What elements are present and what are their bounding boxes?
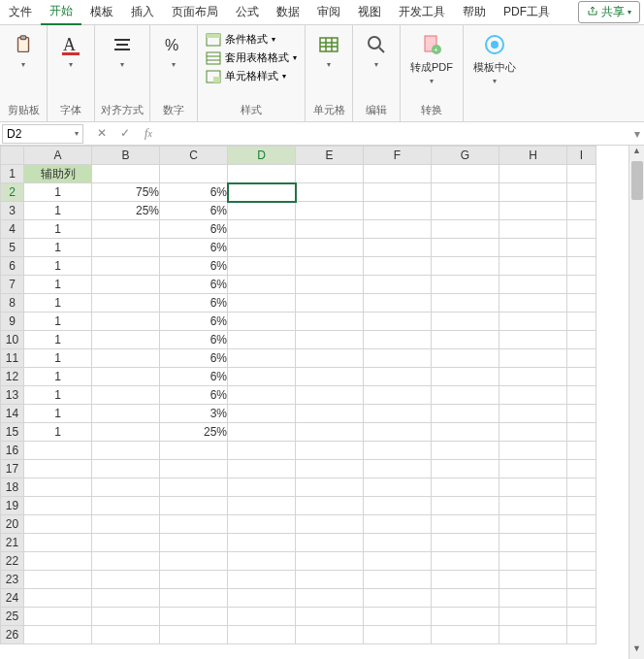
cell[interactable] [296,257,364,276]
cell[interactable] [567,276,596,294]
cell[interactable] [364,220,432,239]
cell[interactable] [432,515,499,534]
cell[interactable]: 1 [24,220,92,239]
cell[interactable] [92,571,160,589]
cell[interactable] [296,165,364,183]
cell[interactable] [567,183,596,202]
cell[interactable] [364,608,432,626]
cell[interactable] [364,349,432,368]
cell[interactable] [432,294,499,313]
cell[interactable] [296,276,364,294]
cell[interactable] [160,165,228,183]
column-header[interactable]: D [228,147,296,165]
cell[interactable] [499,349,567,368]
row-header[interactable]: 1 [1,165,24,183]
cell[interactable]: 6% [160,294,228,313]
row-header[interactable]: 24 [1,589,24,608]
cell[interactable] [364,183,432,202]
name-box[interactable]: D2 ▾ [2,124,83,144]
cell[interactable]: 25% [160,423,228,442]
cell[interactable] [432,589,499,608]
cell[interactable] [499,405,567,423]
cell[interactable] [567,349,596,368]
cell[interactable] [567,405,596,423]
cell[interactable] [24,442,92,460]
cell[interactable] [296,349,364,368]
cell[interactable] [92,368,160,386]
cell[interactable] [228,165,296,183]
share-button[interactable]: 共享 ▾ [578,1,640,23]
cell[interactable] [432,460,499,478]
cell[interactable] [228,257,296,276]
cell[interactable]: 6% [160,183,228,202]
expand-icon[interactable]: ▾ [630,127,644,141]
convert-pdf-button[interactable]: + 转成PDF ▾ [406,29,457,87]
cell[interactable] [432,534,499,552]
cell[interactable] [228,589,296,608]
row-header[interactable]: 2 [1,183,24,202]
cell[interactable] [499,257,567,276]
cell[interactable] [432,571,499,589]
cell[interactable] [364,386,432,405]
cell[interactable] [432,497,499,515]
cell[interactable] [24,552,92,571]
cell[interactable] [432,331,499,349]
cell[interactable] [499,552,567,571]
cell[interactable] [228,294,296,313]
cell[interactable] [499,626,567,644]
cell[interactable] [228,349,296,368]
cell[interactable] [499,497,567,515]
menu-item[interactable]: 数据 [268,0,308,24]
cell[interactable] [296,460,364,478]
cell[interactable] [499,571,567,589]
cell[interactable] [432,405,499,423]
cell[interactable] [499,276,567,294]
cell[interactable]: 25% [92,202,160,220]
cell[interactable] [296,183,364,202]
cell[interactable] [92,386,160,405]
cell[interactable] [567,165,596,183]
column-header[interactable]: A [24,147,92,165]
cell[interactable] [432,368,499,386]
cell[interactable] [499,608,567,626]
cell[interactable] [364,257,432,276]
cell[interactable] [499,368,567,386]
cell[interactable] [364,368,432,386]
cell[interactable]: 1 [24,368,92,386]
cell[interactable] [432,202,499,220]
menu-item[interactable]: 帮助 [454,0,495,24]
cell[interactable] [499,478,567,497]
cell[interactable] [296,220,364,239]
cell[interactable] [499,460,567,478]
cell[interactable] [92,220,160,239]
scroll-up-icon[interactable]: ▲ [629,146,644,161]
cell[interactable] [567,423,596,442]
cell[interactable]: 3% [160,405,228,423]
row-header[interactable]: 17 [1,460,24,478]
column-header[interactable]: G [432,147,499,165]
cell[interactable] [92,497,160,515]
cell[interactable] [92,626,160,644]
cell[interactable]: 1 [24,294,92,313]
cell[interactable] [24,497,92,515]
cell[interactable]: 6% [160,220,228,239]
cell[interactable] [364,313,432,331]
cell[interactable] [567,608,596,626]
cell[interactable]: 1 [24,239,92,257]
cell-style-button[interactable]: 单元格样式 ▾ [204,68,299,84]
cell[interactable] [296,202,364,220]
cell[interactable] [567,589,596,608]
cell[interactable] [228,478,296,497]
cell[interactable] [432,257,499,276]
cell[interactable] [92,442,160,460]
cell[interactable] [499,589,567,608]
cell[interactable]: 6% [160,349,228,368]
cell[interactable] [160,515,228,534]
cell[interactable]: 6% [160,313,228,331]
cell[interactable] [228,552,296,571]
cell[interactable] [160,534,228,552]
cell[interactable] [92,460,160,478]
cells-button[interactable]: ▾ [311,29,346,71]
cell[interactable] [228,331,296,349]
cell[interactable] [364,515,432,534]
